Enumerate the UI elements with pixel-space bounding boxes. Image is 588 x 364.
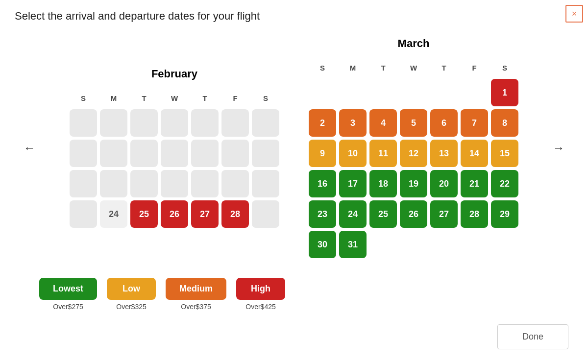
feb-day-24[interactable]: 24 <box>100 200 127 228</box>
mar-day-8[interactable]: 8 <box>491 109 518 137</box>
mar-day-27[interactable]: 27 <box>430 200 458 228</box>
mar-empty <box>491 231 518 258</box>
legend-medium: Medium Over$375 <box>166 278 226 311</box>
feb-header-w: W <box>161 90 188 106</box>
mar-day-21[interactable]: 21 <box>461 170 488 197</box>
feb-cell <box>191 140 219 167</box>
feb-cell <box>161 140 188 167</box>
feb-cell <box>70 109 97 137</box>
next-month-button[interactable]: → <box>548 136 569 160</box>
mar-day-19[interactable]: 19 <box>400 170 427 197</box>
feb-header-f: F <box>221 90 249 106</box>
feb-cell <box>161 109 188 137</box>
legend-low: Low Over$325 <box>107 278 156 311</box>
legend-high-badge: High <box>236 278 285 300</box>
mar-day-1[interactable]: 1 <box>491 79 518 106</box>
mar-empty <box>461 79 488 106</box>
feb-cell <box>100 140 127 167</box>
mar-day-4[interactable]: 4 <box>369 109 397 137</box>
mar-day-24[interactable]: 24 <box>339 200 367 228</box>
feb-day-26[interactable]: 26 <box>161 200 188 228</box>
february-calendar: February S M T W T F S <box>70 68 279 228</box>
mar-day-6[interactable]: 6 <box>430 109 458 137</box>
february-title: February <box>70 68 279 80</box>
dialog-title: Select the arrival and departure dates f… <box>0 0 588 32</box>
mar-header-t1: T <box>369 60 397 76</box>
feb-header-m: M <box>100 90 127 106</box>
mar-day-25[interactable]: 25 <box>369 200 397 228</box>
mar-day-9[interactable]: 9 <box>309 140 336 167</box>
feb-header-t2: T <box>191 90 219 106</box>
february-grid: S M T W T F S <box>70 90 279 228</box>
mar-empty <box>400 231 427 258</box>
feb-header-s1: S <box>70 90 97 106</box>
close-button[interactable]: × <box>565 5 583 23</box>
feb-cell <box>191 109 219 137</box>
mar-empty <box>430 231 458 258</box>
calendars-wrapper: ← February S M T W T F S <box>0 32 588 263</box>
mar-empty <box>309 79 336 106</box>
mar-empty <box>369 231 397 258</box>
march-calendar: March S M T W T F S 1 2 3 4 5 6 7 8 <box>309 37 518 258</box>
legend-high: High Over$425 <box>236 278 285 311</box>
mar-day-13[interactable]: 13 <box>430 140 458 167</box>
mar-empty <box>339 79 367 106</box>
mar-empty <box>461 231 488 258</box>
mar-day-3[interactable]: 3 <box>339 109 367 137</box>
feb-cell <box>221 140 249 167</box>
mar-day-20[interactable]: 20 <box>430 170 458 197</box>
mar-day-2[interactable]: 2 <box>309 109 336 137</box>
mar-header-w: W <box>400 60 427 76</box>
mar-day-14[interactable]: 14 <box>461 140 488 167</box>
legend-low-badge: Low <box>107 278 156 300</box>
mar-day-28[interactable]: 28 <box>461 200 488 228</box>
feb-cell <box>252 170 279 197</box>
feb-cell <box>221 170 249 197</box>
feb-cell <box>161 170 188 197</box>
feb-cell <box>191 170 219 197</box>
feb-cell <box>221 109 249 137</box>
legend-lowest: Lowest Over$275 <box>39 278 97 311</box>
feb-day-empty <box>252 200 279 228</box>
feb-day-25[interactable]: 25 <box>130 200 158 228</box>
mar-day-30[interactable]: 30 <box>309 231 336 258</box>
mar-header-m: M <box>339 60 367 76</box>
mar-day-18[interactable]: 18 <box>369 170 397 197</box>
mar-day-26[interactable]: 26 <box>400 200 427 228</box>
mar-day-5[interactable]: 5 <box>400 109 427 137</box>
legend-medium-badge: Medium <box>166 278 226 300</box>
prev-month-button[interactable]: ← <box>19 136 40 160</box>
legend-section: Lowest Over$275 Low Over$325 Medium Over… <box>0 263 588 325</box>
legend-medium-sub: Over$375 <box>181 303 211 311</box>
mar-day-12[interactable]: 12 <box>400 140 427 167</box>
feb-cell <box>100 109 127 137</box>
mar-day-7[interactable]: 7 <box>461 109 488 137</box>
mar-day-11[interactable]: 11 <box>369 140 397 167</box>
feb-day-28[interactable]: 28 <box>221 200 249 228</box>
legend-lowest-badge: Lowest <box>39 278 97 300</box>
feb-cell <box>70 140 97 167</box>
mar-day-15[interactable]: 15 <box>491 140 518 167</box>
feb-cell <box>100 170 127 197</box>
feb-header-s2: S <box>252 90 279 106</box>
mar-day-22[interactable]: 22 <box>491 170 518 197</box>
mar-day-10[interactable]: 10 <box>339 140 367 167</box>
mar-day-31[interactable]: 31 <box>339 231 367 258</box>
feb-day-27[interactable]: 27 <box>191 200 219 228</box>
feb-day-empty <box>70 200 97 228</box>
mar-header-t2: T <box>430 60 458 76</box>
mar-day-16[interactable]: 16 <box>309 170 336 197</box>
mar-day-29[interactable]: 29 <box>491 200 518 228</box>
mar-empty <box>400 79 427 106</box>
feb-header-t1: T <box>130 90 158 106</box>
mar-header-s2: S <box>491 60 518 76</box>
legend-low-sub: Over$325 <box>116 303 146 311</box>
feb-cell <box>130 140 158 167</box>
feb-cell <box>252 109 279 137</box>
mar-header-f: F <box>461 60 488 76</box>
legend-lowest-sub: Over$275 <box>53 303 83 311</box>
mar-day-23[interactable]: 23 <box>309 200 336 228</box>
mar-day-17[interactable]: 17 <box>339 170 367 197</box>
feb-cell <box>130 109 158 137</box>
done-button[interactable]: Done <box>497 324 568 349</box>
